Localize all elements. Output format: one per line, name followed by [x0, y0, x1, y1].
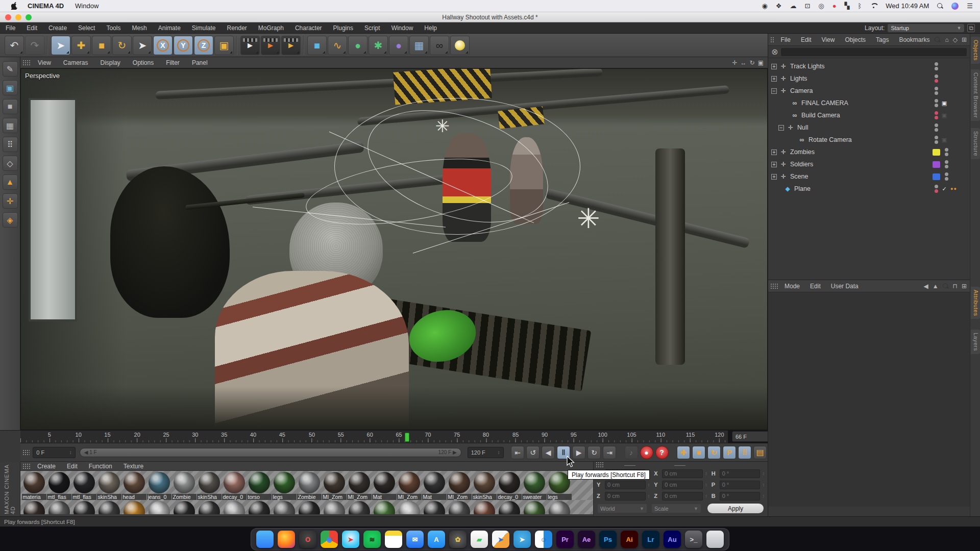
material-swatch[interactable]	[96, 500, 121, 514]
toolbar-button[interactable]: ▶	[281, 36, 301, 55]
material-menu-item[interactable]: Texture	[118, 463, 149, 470]
menubar-status-icon[interactable]: ◎	[818, 3, 824, 9]
toolbar-button[interactable]: ●	[348, 36, 368, 55]
spinner-icon[interactable]: ↕	[705, 471, 707, 476]
object-manager-menu-item[interactable]: Edit	[796, 36, 817, 43]
tree-expander-icon[interactable]: +	[771, 149, 777, 155]
material-swatch[interactable]	[222, 500, 247, 514]
object-label[interactable]: FINAL CAMERA	[801, 99, 848, 107]
siri-icon[interactable]	[951, 3, 959, 10]
coord-rotation-field[interactable]: 0 °	[720, 492, 761, 500]
panel-grip[interactable]	[22, 60, 31, 66]
mode-tool-button[interactable]: ⠿	[3, 137, 18, 152]
am-up-icon[interactable]: ▲	[933, 283, 939, 290]
visibility-dot-render[interactable]	[935, 67, 938, 70]
toolbar-button[interactable]: Y	[174, 36, 193, 55]
dock-app-icon[interactable]	[706, 531, 724, 548]
record-option-button[interactable]: ●	[640, 446, 653, 459]
material-menu-item[interactable]: Create	[32, 463, 61, 470]
toolbar-button[interactable]: Z	[194, 36, 213, 55]
material-swatch[interactable]: materia	[21, 471, 46, 500]
object-label[interactable]: Track Lights	[790, 63, 825, 70]
clear-search-icon[interactable]: ⊗	[771, 47, 778, 57]
toolbar-button[interactable]: ■	[307, 36, 327, 55]
visibility-dot-editor[interactable]	[945, 160, 948, 164]
timeline-range-slider[interactable]: ◀ 1 F 120 F ▶	[80, 448, 461, 457]
viewport-menu-item[interactable]: Filter	[160, 59, 186, 66]
viewport-nav-icon[interactable]: ↻	[750, 59, 755, 66]
apple-menu-icon[interactable]	[10, 2, 18, 10]
object-label[interactable]: Lights	[790, 75, 807, 82]
material-swatch[interactable]	[297, 500, 322, 514]
app-menu-item[interactable]: Script	[359, 24, 386, 32]
material-menu-item[interactable]: Function	[83, 463, 118, 470]
object-tree-row[interactable]: − ✛ Camera ●●	[768, 85, 970, 97]
material-swatch[interactable]: torso	[247, 471, 272, 500]
app-menu-item[interactable]: MoGraph	[253, 24, 289, 32]
timeline-playhead[interactable]	[405, 433, 409, 442]
toolbar-button[interactable]: ↶	[5, 36, 24, 55]
material-swatch[interactable]: skinSha	[96, 471, 121, 500]
material-swatch[interactable]: decay_0	[222, 471, 247, 500]
layer-color-chip[interactable]	[933, 173, 940, 180]
object-tree-row[interactable]: + ✛ Lights ●●	[768, 72, 970, 85]
dock-app-icon[interactable]: ✿	[449, 531, 467, 548]
mode-tool-button[interactable]: ▣	[3, 80, 18, 95]
visibility-dot-render[interactable]	[935, 128, 938, 132]
object-tree-row[interactable]: ∞ FINAL CAMERA ▣ ●●	[768, 97, 970, 109]
mode-tool-button[interactable]: ◈	[3, 212, 18, 228]
app-menu-item[interactable]: Help	[419, 24, 443, 32]
menubar-status-icon[interactable]: ●	[832, 3, 837, 9]
visibility-dot-render[interactable]	[935, 116, 938, 119]
mode-tool-button[interactable]: ◇	[3, 156, 18, 171]
record-option-button[interactable]: ♪	[625, 446, 638, 459]
keyframe-button[interactable]: ▤	[753, 446, 767, 459]
coord-size-field[interactable]: 0 cm	[662, 469, 703, 478]
mode-tool-button[interactable]: ✎	[3, 61, 18, 77]
attribute-menu-item[interactable]: Mode	[779, 283, 805, 290]
material-swatch[interactable]	[497, 500, 522, 514]
om-path-icon[interactable]: ◇	[953, 36, 958, 43]
dock-app-icon[interactable]: ◉	[321, 531, 338, 548]
material-swatch[interactable]	[197, 500, 222, 514]
viewport-menu-item[interactable]: Display	[94, 59, 126, 66]
toolbar-button[interactable]: ▶	[240, 36, 260, 55]
toolbar-button[interactable]: ▶	[261, 36, 280, 55]
toolbar-button[interactable]	[302, 36, 306, 55]
om-add-icon[interactable]: ⊞	[962, 36, 967, 43]
object-label[interactable]: Camera	[790, 87, 813, 94]
om-search-icon[interactable]	[935, 37, 941, 43]
object-tag-icon[interactable]: ✓	[941, 186, 948, 192]
object-tag-icon[interactable]: ▣	[941, 100, 948, 107]
toolbar-button[interactable]: ∞	[430, 36, 449, 55]
tree-expander-icon[interactable]: +	[771, 174, 777, 180]
spinner-icon[interactable]: ↕	[648, 482, 650, 487]
om-home-icon[interactable]: ⌂	[945, 36, 948, 43]
timeline-ruler[interactable]: 5101520253035404550556065707580859095100…	[20, 430, 728, 443]
dock-app-icon[interactable]: Ps	[599, 531, 617, 548]
material-swatch[interactable]	[322, 500, 347, 514]
toolbar-button[interactable]	[450, 36, 470, 55]
sidebar-vertical-tab[interactable]: Objects	[971, 37, 980, 64]
am-lock-icon[interactable]: ⊓	[953, 283, 958, 290]
object-tree-row[interactable]: ∞ Rotate Camera ▣ ●●	[768, 134, 970, 146]
app-menu-item[interactable]: Character	[289, 24, 328, 32]
coord-position-field[interactable]: 0 cm	[605, 481, 646, 489]
am-back-icon[interactable]: ◀	[923, 283, 928, 290]
keyframe-button[interactable]: ↻	[707, 446, 721, 459]
notification-center-icon[interactable]: ☰	[967, 3, 973, 9]
object-label[interactable]: Soldiers	[790, 161, 813, 168]
dock-app-icon[interactable]	[256, 531, 274, 548]
mode-tool-button[interactable]: ▦	[3, 118, 18, 133]
menubar-status-icon[interactable]: ⊡	[804, 3, 810, 9]
material-swatch[interactable]	[71, 500, 96, 514]
dock-app-icon[interactable]: ▰	[471, 531, 488, 548]
object-manager-menu-item[interactable]: File	[776, 36, 796, 43]
object-label[interactable]: Scene	[790, 173, 808, 180]
visibility-dot-render[interactable]	[945, 153, 948, 156]
window-title-bar[interactable]: Hallway Shootout with Assets.c4d *	[0, 12, 980, 22]
dock-app-icon[interactable]	[385, 531, 402, 548]
viewport-camera-label[interactable]: Perspective	[25, 72, 60, 80]
attribute-menu-item[interactable]: Edit	[805, 283, 826, 290]
material-swatch[interactable]: MI_Zom	[397, 471, 422, 500]
